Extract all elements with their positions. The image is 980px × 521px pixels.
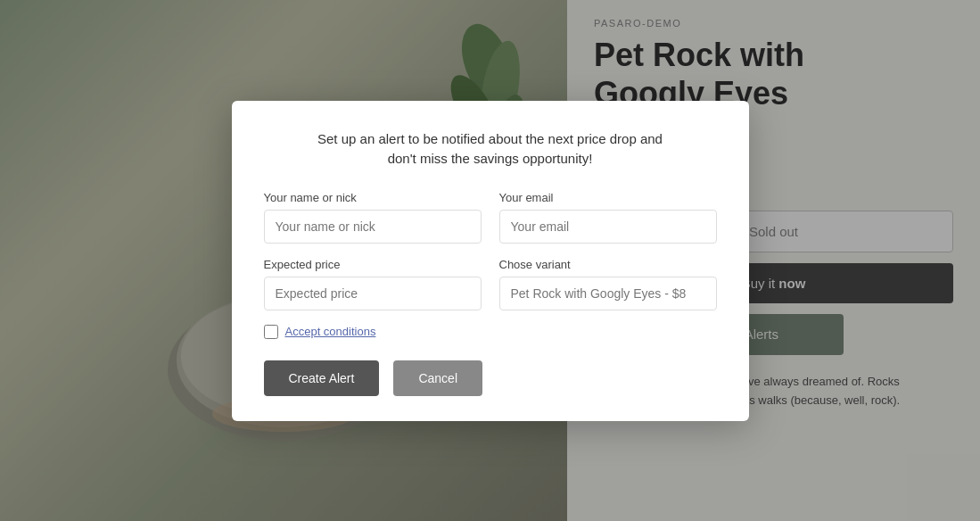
variant-label: Chose variant [499, 258, 717, 271]
email-field-group: Your email [499, 191, 717, 244]
cancel-button[interactable]: Cancel [393, 360, 482, 396]
variant-field-group: Chose variant [499, 258, 717, 310]
price-input[interactable] [264, 277, 482, 310]
modal-header: Set up an alert to be notified about the… [264, 129, 717, 170]
modal-form-grid: Your name or nick Your email Expected pr… [264, 191, 717, 310]
name-input[interactable] [264, 210, 482, 244]
conditions-checkbox[interactable] [264, 325, 278, 339]
name-label: Your name or nick [264, 191, 482, 204]
modal-overlay: Set up an alert to be notified about the… [0, 0, 980, 521]
price-alert-modal: Set up an alert to be notified about the… [232, 101, 749, 421]
conditions-row: Accept conditions [264, 325, 717, 339]
email-label: Your email [499, 191, 717, 204]
conditions-link[interactable]: Accept conditions [285, 325, 376, 338]
price-label: Expected price [264, 258, 482, 271]
create-alert-button[interactable]: Create Alert [264, 360, 380, 396]
email-input[interactable] [499, 210, 717, 244]
variant-input[interactable] [499, 277, 717, 310]
name-field-group: Your name or nick [264, 191, 482, 244]
modal-actions: Create Alert Cancel [264, 360, 717, 396]
price-field-group: Expected price [264, 258, 482, 310]
